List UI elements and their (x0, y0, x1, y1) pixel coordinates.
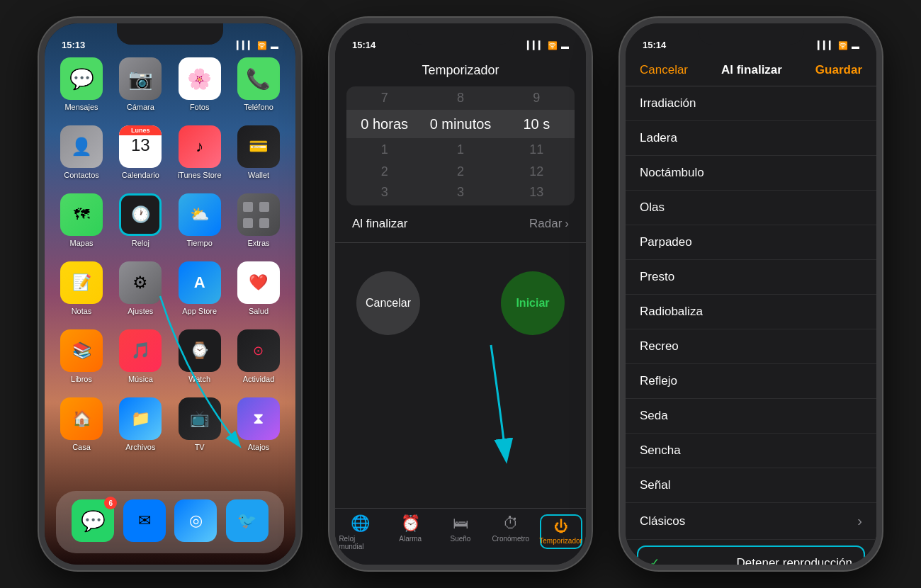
tv-label: TV (195, 443, 205, 451)
timer-picker-container[interactable]: 7 8 9 0 horas 0 minutos 10 s 1 1 1 (346, 86, 575, 205)
status-icons-2: ▎▎▎ 🛜 ▬ (527, 41, 569, 50)
sueno-icon: 🛏 (453, 514, 468, 533)
fotos-label: Fotos (190, 103, 210, 111)
app-actividad[interactable]: ⊙ Actividad (233, 329, 284, 383)
app-telefono[interactable]: 📞 Teléfono (233, 57, 284, 111)
list-item-parpadeo[interactable]: Parpadeo (626, 225, 876, 260)
app-watch[interactable]: ⌚ Watch (174, 329, 225, 383)
libros-icon: 📚 (60, 329, 103, 372)
app-appstore[interactable]: A App Store (174, 261, 225, 315)
dock-mail[interactable]: ✉ (123, 499, 166, 545)
libros-label: Libros (71, 375, 92, 383)
al-finalizar-row[interactable]: Al finalizar Radar › (335, 205, 586, 243)
picker-top-row: 7 8 9 (346, 86, 575, 111)
noctambulo-label: Noctámbulo (640, 166, 704, 180)
mensajes-label: Mensajes (64, 103, 98, 111)
list-item-noctambulo[interactable]: Noctámbulo (626, 156, 876, 191)
temporizador-icon: ⏻ (554, 519, 568, 535)
cal-day: 13 (131, 135, 150, 156)
list-item-presto[interactable]: Presto (626, 260, 876, 295)
finalizar-list: Irradiación Ladera Noctámbulo Olas Parpa… (626, 86, 876, 570)
app-tiempo[interactable]: ⛅ Tiempo (174, 193, 225, 247)
list-item-senal[interactable]: Señal (626, 468, 876, 503)
dock-twitter[interactable]: 🐦 (226, 499, 269, 545)
tab-bar: 🌐 Reloj mundial ⏰ Alarma 🛏 Sueño ⏱ Cronó… (335, 508, 586, 565)
temporizador-label: Temporizador (539, 537, 582, 545)
sencha-label: Sencha (640, 443, 681, 458)
app-notas[interactable]: 📝 Notas (56, 261, 107, 315)
list-item-sencha[interactable]: Sencha (626, 434, 876, 468)
picker-bottom-9: 13 (499, 185, 575, 200)
list-item-detener[interactable]: ✓ Detener reproducción (637, 545, 865, 570)
app-salud[interactable]: ❤️ Salud (233, 261, 284, 315)
app-archivos[interactable]: 📁 Archivos (115, 397, 166, 451)
list-item-clasicos[interactable]: Clásicos (626, 503, 876, 540)
list-item-radiobaliza[interactable]: Radiobaliza (626, 295, 876, 329)
minutes-value: 0 minutos (430, 116, 492, 132)
app-mensajes[interactable]: 💬 Mensajes (56, 57, 107, 111)
finalizar-cancel-btn[interactable]: Cancelar (640, 63, 688, 77)
app-mapas[interactable]: 🗺 Mapas (56, 193, 107, 247)
dock-safari[interactable]: ◎ (174, 499, 217, 545)
iphone-2: 15:14 ▎▎▎ 🛜 ▬ Temporizador 7 8 9 0 horas… (329, 18, 592, 570)
app-tv[interactable]: 📺 TV (174, 397, 225, 451)
actividad-label: Actividad (243, 375, 275, 383)
app-ajustes[interactable]: ⚙ Ajustes (115, 261, 166, 315)
hours-value: 0 horas (361, 116, 408, 132)
app-reloj[interactable]: 🕐 Reloj (115, 193, 166, 247)
tab-alarma[interactable]: ⏰ Alarma (389, 514, 431, 543)
app-casa[interactable]: 🏠 Casa (56, 397, 107, 451)
tab-cronometro[interactable]: ⏱ Cronómetro (490, 514, 532, 543)
signal-icon-2: ▎▎▎ (527, 41, 544, 50)
parpadeo-label: Parpadeo (640, 235, 692, 249)
list-item-recreo[interactable]: Recreo (626, 329, 876, 364)
picker-bottom-7: 3 (346, 185, 422, 200)
list-item-ladera[interactable]: Ladera (626, 121, 876, 156)
mensajes-icon: 💬 (60, 57, 103, 100)
list-item-seda[interactable]: Seda (626, 399, 876, 434)
tab-temporizador[interactable]: ⏻ Temporizador (540, 514, 582, 549)
iphone-1: 15:13 ▎▎▎ 🛜 ▬ 💬 Mensajes 📷 Cámara 🌸 Foto… (39, 18, 301, 570)
list-item-olas[interactable]: Olas (626, 191, 876, 225)
signal-icon: ▎▎▎ (237, 41, 254, 50)
app-atajos[interactable]: ⧗ Atajos (233, 397, 284, 451)
cancelar-button[interactable]: Cancelar (356, 271, 420, 335)
dock-whatsapp[interactable]: 💬 6 (72, 499, 114, 545)
app-calendario[interactable]: Lunes 13 Calendario (115, 125, 166, 179)
tiempo-label: Tiempo (187, 239, 213, 247)
recreo-label: Recreo (640, 339, 679, 354)
atajos-icon: ⧗ (237, 397, 280, 440)
app-camara[interactable]: 📷 Cámara (115, 57, 166, 111)
mapas-label: Mapas (69, 239, 93, 247)
app-itunes[interactable]: ♪ iTunes Store (174, 125, 225, 179)
tab-reloj-mundial[interactable]: 🌐 Reloj mundial (339, 514, 381, 550)
reloj-label: Reloj (132, 239, 149, 247)
atajos-label: Atajos (248, 443, 270, 451)
notas-icon: 📝 (60, 261, 103, 304)
finalizar-header: Cancelar Al finalizar Guardar (626, 55, 876, 86)
status-bar-1: 15:13 ▎▎▎ 🛜 ▬ (45, 23, 295, 55)
finalizar-save-btn[interactable]: Guardar (815, 63, 862, 77)
casa-icon: 🏠 (60, 397, 103, 440)
app-fotos[interactable]: 🌸 Fotos (174, 57, 225, 111)
app-wallet[interactable]: 💳 Wallet (233, 125, 284, 179)
actividad-icon: ⊙ (237, 329, 280, 372)
status-time-3: 15:14 (643, 40, 666, 50)
appstore-label: App Store (182, 307, 217, 315)
app-libros[interactable]: 📚 Libros (56, 329, 107, 383)
picker-bottom-row3: 3 3 13 (346, 182, 575, 205)
app-extras[interactable]: Extras (233, 193, 284, 247)
battery-icon: ▬ (271, 42, 278, 50)
timer-buttons: Cancelar Iniciar (335, 243, 586, 349)
picker-bottom-6: 12 (499, 164, 575, 179)
iniciar-button[interactable]: Iniciar (501, 271, 565, 335)
list-item-irradiacion[interactable]: Irradiación (626, 86, 876, 121)
app-contactos[interactable]: 👤 Contactos (56, 125, 107, 179)
mail-icon: ✉ (123, 499, 166, 542)
extras-label: Extras (247, 239, 269, 247)
tab-sueno[interactable]: 🛏 Sueño (439, 514, 482, 543)
picker-bottom-1: 1 (346, 142, 422, 157)
list-item-reflejo[interactable]: Reflejo (626, 364, 876, 399)
app-musica[interactable]: 🎵 Música (115, 329, 166, 383)
calendario-label: Calendario (122, 171, 159, 179)
